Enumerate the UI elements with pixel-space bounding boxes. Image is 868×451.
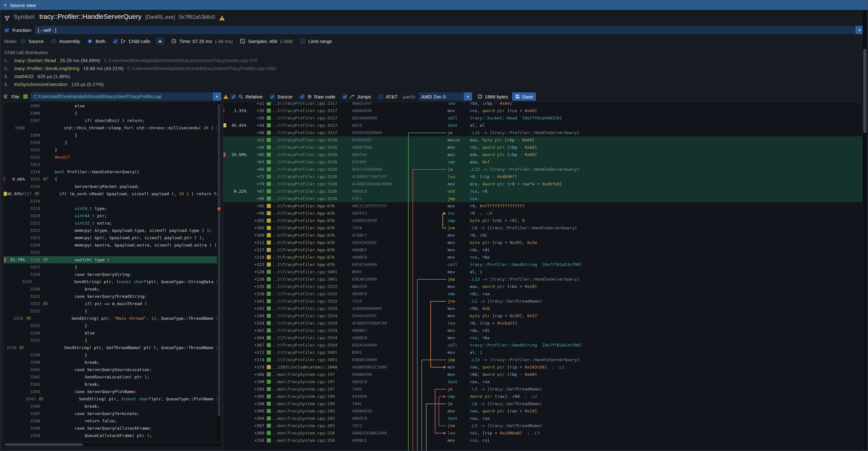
asm-row[interactable]: +52..t\TracyProfiler.cpp:33260FB64597mov… — [223, 136, 862, 144]
asm-row[interactable]: +72..t\TracyProfiler.cpp:33264C8D05F146F… — [223, 173, 862, 180]
scrollbar-thumb[interactable] — [218, 104, 220, 417]
radio-assembly[interactable] — [51, 38, 56, 44]
asm-location[interactable]: ..t\TracyProfiler.cpp:3317 — [273, 107, 352, 114]
asm-location[interactable]: ..t\TracyProfiler.cpp:3334 — [273, 312, 352, 320]
child-call-item[interactable]: 2.tracy::Profiler::SendLongString19.88 m… — [4, 64, 864, 72]
asm-row[interactable]: +128..t\TracyProfiler.cpp:3401B001moval,… — [223, 268, 862, 275]
asm-row[interactable]: +216..mon\TracySystem.cpp:258488BCEmovrc… — [223, 437, 862, 444]
source-line[interactable]: 3341 case ServerQuerySourceLocation: — [4, 366, 221, 373]
asm-location[interactable]: ..t\TracyProfiler.cpp:3326 — [273, 144, 352, 151]
source-line[interactable]: 15.79%3326@9 switch( type ) — [4, 256, 221, 263]
asm-row[interactable]: +186..mon\TracySystem.cpp:197448B4598mov… — [223, 371, 862, 378]
asm-location[interactable]: ..t\TracyProfiler.hpp:676 — [273, 224, 352, 232]
source-checkbox[interactable] — [270, 94, 275, 99]
source-line[interactable]: 3333 { — [4, 307, 221, 315]
asm-location[interactable]: ..t\TracyProfiler.cpp:3317 — [273, 102, 352, 107]
source-line[interactable]: 46.93%3317@5 if( !m_sock->Read( &payload… — [4, 190, 221, 198]
source-line[interactable]: 3311} — [4, 146, 221, 153]
source-line[interactable]: 3332@3 if( ptr == m_mainThread ) — [4, 300, 221, 307]
asm-location[interactable]: ..mon\TracySystem.cpp:203 — [273, 422, 352, 429]
asm-location[interactable]: ..t\TracyProfiler.hpp:676 — [273, 202, 352, 210]
asm-location[interactable]: ..t\TracyProfiler.hpp:676 — [273, 253, 352, 261]
asm-location[interactable]: ..t\TracyProfiler.cpp:3401 — [273, 349, 352, 356]
asm-row[interactable]: +193..mon\TracySystem.cpp:197740Eje.L3 -… — [223, 385, 862, 393]
asm-row[interactable]: +112..t\TracyProfiler.hpp:676C64424205Em… — [223, 239, 862, 246]
asm-row[interactable]: +190..mon\TracySystem.cpp:1974885C0testr… — [223, 378, 862, 385]
file-combo[interactable]: C:\Users\wolf\Desktop\darkrl\contrib\tra… — [31, 92, 221, 101]
source-line[interactable]: 3347 case ServerQueryTerminate: — [4, 410, 221, 417]
source-line[interactable]: 3336 else — [4, 329, 221, 337]
asm-row[interactable]: +174..t\TracyProfiler.cpp:3401E9B8010000… — [223, 356, 862, 363]
source-vertical-scrollbar[interactable] — [217, 102, 221, 442]
chevron-down-icon[interactable]: ▼ — [213, 92, 221, 101]
asm-location[interactable]: ..mon\TracySystem.cpp:197 — [273, 385, 352, 393]
asm-location[interactable]: ..t\TracyProfiler.cpp:3326 — [273, 166, 352, 173]
asm-location[interactable]: ..t\TracyProfiler.cpp:3334 — [273, 334, 352, 341]
att-checkbox[interactable] — [378, 94, 383, 99]
asm-location[interactable]: ..mon\TracySystem.cpp:197 — [273, 371, 352, 378]
asm-location[interactable]: ..t\TracyProfiler.cpp:3332 — [273, 283, 352, 290]
source-line[interactable]: 3343 break; — [4, 381, 221, 388]
child-call-item[interactable]: 4.KeSynchronizeExecution125 µs (0.27%) — [4, 80, 864, 88]
child-call-item[interactable]: 3.stat64i32625 µs (1.36%) — [4, 72, 864, 80]
asm-location[interactable]: ..mon\TracySystem.cpp:258 — [273, 437, 352, 444]
asm-row[interactable]: +79..t\TracyProfiler.cpp:3326418B8C80E0B… — [223, 180, 862, 188]
source-line[interactable]: 3320 uint64_t ptr; — [4, 212, 221, 219]
asm-row[interactable]: +130..t\TracyProfiler.cpp:3401E9E4010000… — [223, 275, 862, 283]
asm-row[interactable]: 1.31%+35..t\TracyProfiler.cpp:3317488B49… — [223, 107, 862, 114]
scrollbar-thumb[interactable] — [863, 49, 866, 133]
asm-row[interactable]: +39..t\TracyProfiler.cpp:3317E824AA0000c… — [223, 114, 862, 122]
limit-range-checkbox[interactable] — [300, 38, 306, 44]
asm-row[interactable]: +123..t\TracyProfiler.hpp:676E850160000c… — [223, 261, 862, 268]
asm-row[interactable]: +90..t\TracyProfiler.cpp:3326FFE1jmprcx — [223, 195, 862, 202]
asm-location[interactable]: ..t\TracyProfiler.hpp:676 — [273, 232, 352, 239]
relative-checkbox[interactable] — [231, 94, 236, 99]
asm-location[interactable]: ..t\TracyProfiler.cpp:3334 — [273, 327, 352, 334]
asm-row[interactable]: +179..1103\include\atomic:1048488B05B63C… — [223, 363, 862, 371]
source-line[interactable]: 3318 — [4, 198, 221, 205]
asm-row[interactable]: +200..mon\TracySystem.cpp:203488B4010mov… — [223, 408, 862, 415]
asm-location[interactable]: ..mon\TracySystem.cpp:203 — [273, 415, 352, 422]
source-line[interactable]: 3310 } — [4, 139, 221, 146]
asm-row[interactable]: +149..t\TracyProfiler.cpp:3334C64424205F… — [223, 312, 862, 320]
asm-row[interactable]: +167..t\TracyProfiler.cpp:3334E824160000… — [223, 341, 862, 349]
function-checkbox[interactable] — [4, 27, 9, 33]
jumps-checkbox[interactable] — [342, 94, 348, 99]
window-titlebar[interactable]: ▼ Source view — [0, 0, 868, 10]
source-line[interactable]: 3316 ServerQueryPacket payload; — [4, 183, 221, 190]
asm-row[interactable]: 15.50%+60..t\TracyProfiler.cpp:33268B55A… — [223, 151, 862, 158]
child-calls-checkbox[interactable] — [113, 38, 118, 44]
source-line[interactable]: 3323 memcpy( &ptr, &payload.ptr, sizeof(… — [4, 234, 221, 241]
source-line[interactable]: 3314bool Profiler::HandleServerQuery() — [4, 168, 221, 176]
asm-location[interactable]: ..t\TracyProfiler.cpp:3326 — [273, 180, 352, 188]
radio-source[interactable] — [20, 38, 26, 44]
source-line[interactable]: 3345@1 SendString( ptr, (const char*)ptr… — [4, 395, 221, 402]
asm-location[interactable]: ..t\TracyProfiler.cpp:3317 — [273, 129, 352, 136]
asm-row[interactable]: 0.22%+87..t\TracyProfiler.cpp:33264903C8… — [223, 188, 862, 195]
raw-code-checkbox[interactable] — [300, 94, 305, 99]
asm-row[interactable]: 45.41%+44..t\TracyProfiler.cpp:331784C0t… — [223, 122, 862, 129]
asm-row[interactable]: +207..mon\TracySystem.cpp:20375F2jne.L2 … — [223, 422, 862, 429]
asm-row[interactable]: +209..mon\TracySystem.cpp:258488D35E8861… — [223, 429, 862, 437]
asm-row[interactable]: +204..mon\TracySystem.cpp:2034885C0testr… — [223, 415, 862, 422]
asm-location[interactable]: ..t\TracyProfiler.cpp:3401 — [273, 275, 352, 283]
asm-location[interactable]: ..t\TracyProfiler.cpp:3317 — [273, 114, 352, 122]
asm-location[interactable]: ..t\TracyProfiler.cpp:3317 — [273, 122, 352, 129]
uarch-combo[interactable]: AMD Zen 3 ▼ — [418, 92, 472, 101]
asm-row[interactable]: +99..t\TracyProfiler.hpp:67649FFC1incr9 … — [223, 210, 862, 217]
asm-row[interactable]: +172..t\TracyProfiler.cpp:3401B001moval,… — [223, 349, 862, 356]
asm-location[interactable]: ..t\TracyProfiler.hpp:676 — [273, 246, 352, 253]
source-line[interactable]: 3307 if( shouldExit ) return; — [4, 117, 221, 124]
asm-location[interactable]: ..t\TracyProfiler.hpp:676 — [273, 210, 352, 217]
asm-row[interactable]: +119..t\TracyProfiler.hpp:676488BCBmovrc… — [223, 253, 862, 261]
source-line[interactable]: 3349 case ServerQueryCallstackFrame: — [4, 425, 221, 432]
asm-location[interactable]: ..t\TracyProfiler.cpp:3401 — [273, 268, 352, 275]
source-line[interactable]: 3327 { — [4, 263, 221, 271]
asm-row[interactable]: +46..t\TracyProfiler.cpp:33170F843502000… — [223, 129, 862, 136]
asm-row[interactable]: +135..t\TracyProfiler.cpp:33328B4320move… — [223, 283, 862, 290]
asm-location[interactable]: ..t\TracyProfiler.hpp:676 — [273, 217, 352, 224]
asm-row[interactable]: +117..t\TracyProfiler.hpp:676488BD7movrd… — [223, 246, 862, 253]
source-line[interactable]: 3348 return false; — [4, 417, 221, 425]
asm-row[interactable]: +198..mon\TracySystem.cpp:199744Cje.L6 -… — [223, 400, 862, 408]
asm-location[interactable]: ..t\TracyProfiler.hpp:676 — [273, 239, 352, 246]
